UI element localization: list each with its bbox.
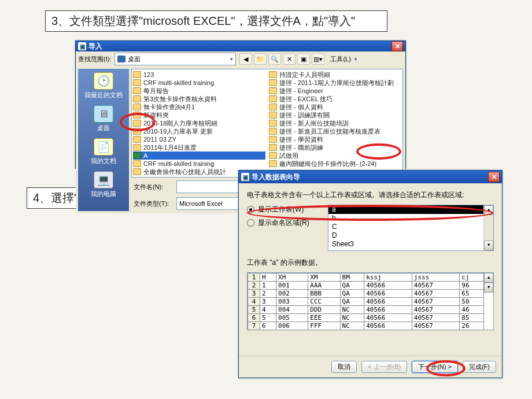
file-item-label: 捷徑 - 個人資料 [279, 103, 323, 112]
file-item[interactable]: 持證定卡人員明細 [269, 71, 401, 79]
table-cell: 40566 [364, 322, 412, 330]
table-cell: BBB [308, 290, 340, 298]
file-type-value: Microsoft Excel [179, 200, 223, 207]
file-item[interactable]: 2011年1月4日進度 [133, 143, 265, 152]
mydocs-icon: 📄 [94, 138, 113, 156]
file-item[interactable]: 捷徑 - 訓練課有關 [269, 111, 401, 119]
table-cell: 40567 [412, 306, 460, 314]
table-cell: 4 [260, 306, 276, 314]
close-button[interactable]: ✕ [488, 172, 500, 182]
table-cell: 40566 [364, 314, 412, 322]
table-cell: QA [340, 298, 364, 306]
sheet-item[interactable]: C [328, 223, 493, 231]
sample-data-label: 工作表 "a" 的示例数据。 [247, 258, 494, 268]
new-folder-button[interactable]: ▣ [297, 53, 310, 65]
folder-icon [269, 160, 277, 167]
table-cell: 40567 [412, 298, 460, 306]
file-item[interactable]: 捷徑 - 2011-1期人力庫崗位技能考核計劃 [269, 79, 401, 87]
table-cell: 004 [276, 306, 308, 314]
table-cell: 40567 [412, 314, 460, 322]
sheet-item[interactable]: D [328, 231, 493, 240]
file-item[interactable]: 第3次無卡操作查核永資料 [133, 95, 265, 103]
table-header-cell: XH [276, 274, 308, 282]
highlight-circle-file-a [120, 113, 156, 131]
close-button[interactable]: ✕ [391, 41, 403, 51]
row-number: 5 [248, 306, 260, 314]
search-button[interactable]: 🔍 [268, 53, 281, 65]
folder-icon [133, 136, 141, 143]
file-item[interactable]: 捷徑 - 新進員工崗位技能考核進度表 [269, 127, 401, 135]
places-mycomputer-label: 我的电脑 [91, 190, 116, 198]
file-list[interactable]: 123CRF multi-skilled training每月報告第3次無卡操作… [131, 69, 403, 178]
file-item-label: 123 [143, 71, 154, 78]
table-cell: 50 [460, 298, 484, 306]
table-cell: 85 [460, 314, 484, 322]
table-cell: 3 [260, 298, 276, 306]
file-item[interactable]: 2011 03 ZY [133, 135, 265, 143]
finish-button[interactable]: 完成(F) [463, 361, 496, 373]
places-desktop-label: 桌面 [97, 124, 110, 132]
search-in-label: 查找范围(I): [78, 55, 111, 64]
highlight-circle-sheet-a [247, 205, 493, 221]
file-item[interactable]: 123 [133, 71, 265, 79]
folder-icon [133, 160, 141, 167]
folder-icon [269, 112, 277, 119]
row-number: 3 [248, 290, 260, 298]
places-recent[interactable]: 🕑 我最近的文档 [84, 72, 123, 99]
file-item[interactable]: 捷徑 - EXCEL 技巧 [269, 95, 401, 103]
file-item[interactable]: 每月報告 [133, 87, 265, 95]
folder-icon [269, 120, 277, 127]
file-item[interactable]: 捷徑 - 新人崗位技能培訓 [269, 119, 401, 127]
file-item-label: 捷徑 - 職前訓練 [279, 143, 323, 152]
places-mydocs[interactable]: 📄 我的文档 [91, 138, 116, 165]
prev-button: < 上一步(B) [361, 361, 407, 373]
file-item-label: CRF multi-skilled training [143, 160, 214, 167]
table-cell: 002 [276, 290, 308, 298]
file-item[interactable]: 捷徑 - 個人資料 [269, 103, 401, 111]
folder-icon [269, 144, 277, 151]
chevron-down-icon: ▾ [354, 56, 357, 62]
file-item[interactable]: A [133, 152, 265, 160]
wizard-title-icon: ▣ [241, 173, 249, 181]
folder-icon [133, 95, 141, 102]
views-button[interactable]: ▥▾ [312, 53, 324, 65]
scroll-down-button[interactable]: ▾ [484, 241, 493, 250]
table-cell: EEE [308, 314, 340, 322]
up-folder-button[interactable]: 📁 [254, 53, 267, 65]
places-mydocs-label: 我的文档 [91, 157, 116, 165]
search-in-combo[interactable]: 桌面 ▾ [114, 53, 236, 65]
file-item[interactable]: 捷徑 - Engineer [269, 87, 401, 95]
scrollbar[interactable]: ▴ ▾ [484, 273, 493, 330]
wizard-intro: 电子表格文件含有一个以上工作表或区域。请选择合适的工作表或区域: [247, 190, 494, 200]
file-item[interactable]: 2010-19人力庫名單 更新 [133, 127, 265, 135]
table-header-cell: XM [308, 274, 340, 282]
file-item-label: 捷徑 - EXCEL 技巧 [279, 95, 333, 104]
tools-label[interactable]: 工具(L) [330, 55, 350, 64]
file-item[interactable]: 捷徑 - 學習資料 [269, 135, 401, 143]
delete-button[interactable]: ✕ [283, 53, 295, 65]
scroll-up-button[interactable]: ▴ [484, 273, 493, 283]
cancel-button[interactable]: 取消 [331, 361, 357, 373]
back-button[interactable]: ◀ [239, 53, 252, 65]
scroll-down-button[interactable]: ▾ [484, 283, 493, 293]
table-cell: DDD [308, 306, 340, 314]
sheet-item[interactable]: Sheet3 [328, 240, 493, 249]
table-cell: 40566 [364, 298, 412, 306]
places-recent-label: 我最近的文档 [84, 91, 123, 99]
places-bar: 🕑 我最近的文档 🖥 桌面 📄 我的文档 💻 我的电脑 [78, 69, 129, 211]
preview-table-wrap: 1HXHXMBMkssjjssscj21001AAAQA405664056796… [247, 272, 494, 330]
file-item[interactable]: CRF multi-skilled training [133, 79, 265, 87]
file-name-label: 文件名(N): [134, 183, 174, 191]
file-item-label: CRF multi-skilled training [143, 79, 214, 86]
file-item-label: 2010-19人力庫名單 更新 [143, 127, 213, 136]
folder-icon [269, 104, 277, 110]
file-item[interactable]: 無卡操作查詢4月1 [133, 103, 265, 111]
table-cell: 2 [260, 290, 276, 298]
places-desktop[interactable]: 🖥 桌面 [94, 105, 113, 132]
places-mycomputer[interactable]: 💻 我的电脑 [91, 171, 116, 198]
folder-icon [269, 79, 277, 86]
folder-icon [133, 79, 141, 86]
file-item[interactable]: 廠內關鍵崗位持卡操作比例- (2-24) [269, 160, 401, 168]
mycomputer-icon: 💻 [94, 171, 113, 189]
file-item[interactable]: CRF multi-skilled training [133, 160, 265, 168]
